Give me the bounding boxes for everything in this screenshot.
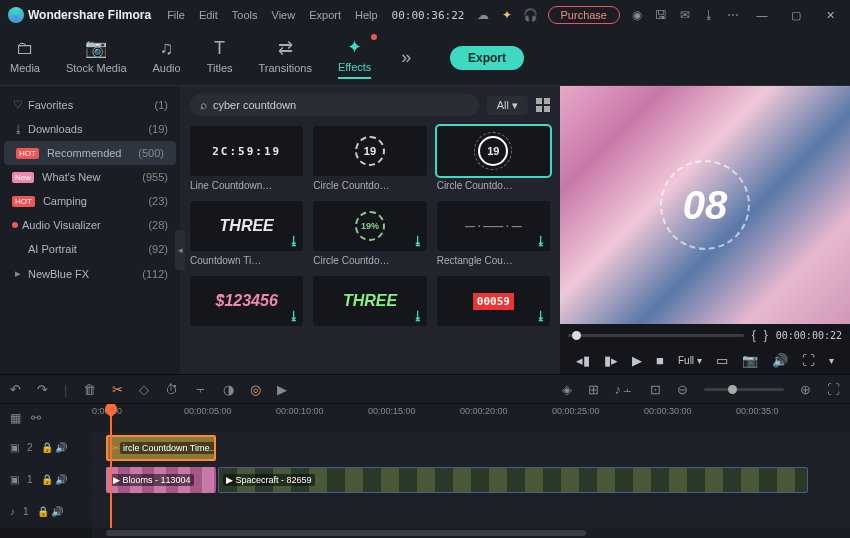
preview-more-icon[interactable]: ▾ xyxy=(829,355,834,366)
zoom-out-button[interactable]: ⊖ xyxy=(677,382,688,397)
sidebar-item-newblue-fx[interactable]: ▸NewBlue FX(112) xyxy=(0,261,180,286)
step-back-button[interactable]: ▮▸ xyxy=(604,353,618,368)
filter-all-button[interactable]: All ▾ xyxy=(487,96,528,115)
track-header-v1[interactable]: ▣ 1 🔒 🔊 xyxy=(0,464,92,495)
undo-button[interactable]: ↶ xyxy=(10,382,21,397)
track-body[interactable]: ✂ircle Countdown Time… xyxy=(92,432,850,463)
sidebar-item-recommended[interactable]: HOTRecommended(500) xyxy=(4,141,176,165)
search-icon: ⌕ xyxy=(200,98,207,112)
tips-icon[interactable]: ✦ xyxy=(500,8,514,22)
link-icon[interactable]: ⚯ xyxy=(31,411,41,425)
tag-button[interactable]: ◇ xyxy=(139,382,149,397)
audio-mixer-icon[interactable]: ♪⫠ xyxy=(615,382,635,397)
tab-media[interactable]: 🗀Media xyxy=(10,38,40,78)
save-icon[interactable]: 🖫 xyxy=(654,8,668,22)
audio-button[interactable]: ◎ xyxy=(250,382,261,397)
tabs-more-icon[interactable]: » xyxy=(401,47,411,68)
effect-thumb[interactable]: 19Circle Countdo… xyxy=(437,126,550,191)
close-button[interactable]: ✕ xyxy=(818,9,842,22)
mixer-icon[interactable]: ◈ xyxy=(562,382,572,397)
stop-button[interactable]: ■ xyxy=(656,353,664,368)
crop-button[interactable]: ⫟ xyxy=(194,382,207,397)
display-mode-icon[interactable]: ▭ xyxy=(716,353,728,368)
fullscreen-icon[interactable]: ⛶ xyxy=(802,353,815,368)
purchase-button[interactable]: Purchase xyxy=(548,6,620,24)
tab-transitions[interactable]: ⇄Transitions xyxy=(259,37,312,78)
effect-thumb[interactable]: THREE⭳ xyxy=(313,276,426,326)
export-button[interactable]: Export xyxy=(450,46,524,70)
effect-thumb[interactable]: 00059⭳ xyxy=(437,276,550,326)
download-icon[interactable]: ⭳ xyxy=(702,8,716,22)
delete-button[interactable]: 🗑 xyxy=(83,382,96,397)
effect-thumb[interactable]: $123456⭳ xyxy=(190,276,303,326)
grid-view-icon[interactable] xyxy=(536,98,550,112)
menu-file[interactable]: File xyxy=(167,9,185,21)
menu-tools[interactable]: Tools xyxy=(232,9,258,21)
account-icon[interactable]: ◉ xyxy=(630,8,644,22)
support-icon[interactable]: 🎧 xyxy=(524,8,538,22)
zoom-in-button[interactable]: ⊕ xyxy=(800,382,811,397)
menu-edit[interactable]: Edit xyxy=(199,9,218,21)
preview-countdown-number: 08 xyxy=(683,183,728,228)
sidebar-item-favorites[interactable]: ♡Favorites(1) xyxy=(0,92,180,117)
track-body[interactable]: ▶ Blooms - 113004 ▶ Spacecraft - 82659 xyxy=(92,464,850,495)
zoom-fit-button[interactable]: ⛶ xyxy=(827,382,840,397)
sidebar-collapse-handle[interactable]: ◂ xyxy=(175,230,185,270)
prev-frame-button[interactable]: ◂▮ xyxy=(576,353,590,368)
maximize-button[interactable]: ▢ xyxy=(784,9,808,22)
volume-icon[interactable]: 🔊 xyxy=(772,353,788,368)
playhead[interactable] xyxy=(110,404,112,432)
loop-start-icon[interactable]: { xyxy=(752,328,756,342)
tab-titles[interactable]: TTitles xyxy=(207,38,233,78)
redo-button[interactable]: ↷ xyxy=(37,382,48,397)
loop-end-icon[interactable]: } xyxy=(764,328,768,342)
new-badge: New xyxy=(12,172,34,183)
track-header-fx2[interactable]: ▣ 2 🔒 🔊 xyxy=(0,432,92,463)
menu-export[interactable]: Export xyxy=(309,9,341,21)
speed-button[interactable]: ⏱ xyxy=(165,382,178,397)
download-icon: ⭳ xyxy=(288,309,300,323)
playhead-line[interactable] xyxy=(110,432,112,528)
menu-help[interactable]: Help xyxy=(355,9,378,21)
track-options-icon[interactable]: ▦ xyxy=(10,411,21,425)
effect-thumb[interactable]: 2C:59:19Line Countdown… xyxy=(190,126,303,191)
markers-icon[interactable]: ⊞ xyxy=(588,382,599,397)
color-button[interactable]: ◑ xyxy=(223,382,234,397)
effect-thumb[interactable]: 19Circle Countdo… xyxy=(313,126,426,191)
message-icon[interactable]: ✉ xyxy=(678,8,692,22)
sidebar-item-ai-portrait[interactable]: AI Portrait(92) xyxy=(0,237,180,261)
search-input[interactable] xyxy=(213,99,469,111)
menu-view[interactable]: View xyxy=(272,9,296,21)
sidebar-item-downloads[interactable]: ⭳Downloads(19) xyxy=(0,117,180,141)
app-logo xyxy=(8,7,24,23)
tab-audio[interactable]: ♫Audio xyxy=(153,38,181,78)
preview-viewport[interactable]: 08 xyxy=(560,86,850,324)
sidebar-item-whats-new[interactable]: NewWhat's New(955) xyxy=(0,165,180,189)
clip-effect[interactable]: ✂ircle Countdown Time… xyxy=(106,435,216,461)
clip-video-spacecraft[interactable]: ▶ Spacecraft - 82659 xyxy=(218,467,808,493)
minimize-button[interactable]: ― xyxy=(750,9,774,21)
zoom-slider[interactable] xyxy=(704,388,784,391)
effect-thumb[interactable]: THREE⭳Countdown Ti… xyxy=(190,201,303,266)
split-button[interactable]: ✂ xyxy=(112,382,123,397)
more-icon[interactable]: ⋯ xyxy=(726,8,740,22)
effect-thumb[interactable]: 19%⭳Circle Countdo… xyxy=(313,201,426,266)
snapshot-icon[interactable]: 📷 xyxy=(742,353,758,368)
render-button[interactable]: ▶ xyxy=(277,382,287,397)
sidebar-item-camping[interactable]: HOTCamping(23) xyxy=(0,189,180,213)
clip-video-blooms[interactable]: ▶ Blooms - 113004 xyxy=(106,467,216,493)
preview-scrubber[interactable]: { } 00:00:00:22 xyxy=(560,324,850,346)
track-body[interactable] xyxy=(92,496,850,527)
tab-stock-media[interactable]: 📷Stock Media xyxy=(66,37,127,78)
quality-selector[interactable]: Full ▾ xyxy=(678,355,702,366)
track-header-a1[interactable]: ♪ 1 🔒 🔊 xyxy=(0,496,92,527)
play-button[interactable]: ▶ xyxy=(632,353,642,368)
timeline-ruler[interactable]: 0:00:00 00:00:05:00 00:00:10:00 00:00:15… xyxy=(92,404,850,432)
sidebar-item-audio-visualizer[interactable]: Audio Visualizer(28) xyxy=(0,213,180,237)
cloud-icon[interactable]: ☁ xyxy=(476,8,490,22)
record-icon[interactable]: ⊡ xyxy=(650,382,661,397)
timeline-scrollbar[interactable] xyxy=(0,528,850,538)
tab-effects[interactable]: ✦Effects xyxy=(338,36,371,79)
search-box[interactable]: ⌕ xyxy=(190,94,479,116)
effect-thumb[interactable]: — · —— · —⭳Rectangle Cou… xyxy=(437,201,550,266)
